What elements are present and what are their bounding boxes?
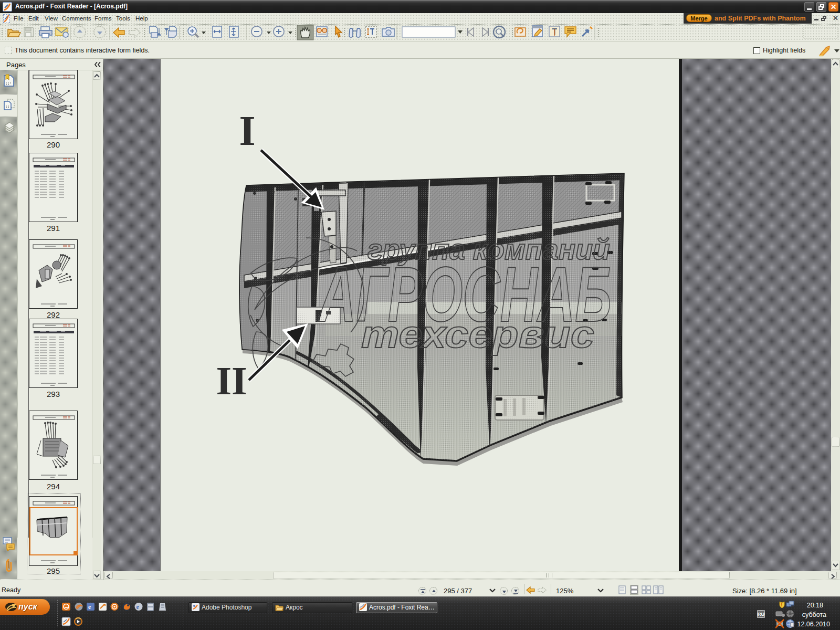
svg-text:техсервис: техсервис xyxy=(361,312,594,356)
svg-text:e: e xyxy=(136,603,140,611)
svg-text:e: e xyxy=(88,603,91,611)
svg-text:I: I xyxy=(239,108,255,154)
svg-text:!: ! xyxy=(781,602,783,607)
svg-text:II: II xyxy=(216,359,247,403)
